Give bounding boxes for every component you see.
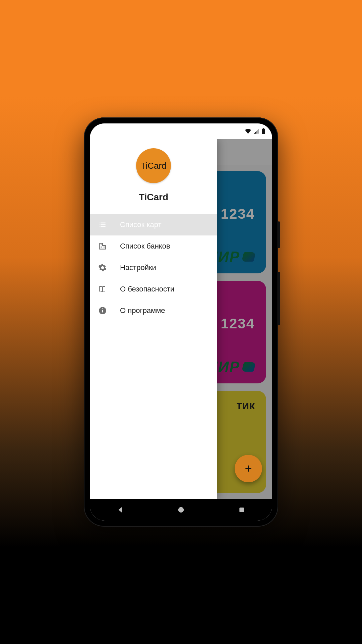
gear-icon xyxy=(98,263,107,272)
phone-power-button xyxy=(278,221,280,248)
wifi-icon xyxy=(245,128,251,134)
drawer-header: TiCard TiCard xyxy=(90,139,217,214)
drawer-title: TiCard xyxy=(139,192,168,203)
battery-icon xyxy=(261,128,265,134)
drawer-item-cards-list[interactable]: Список карт xyxy=(90,214,217,235)
nav-recents-button[interactable] xyxy=(222,503,262,517)
nav-drawer: TiCard TiCard Список карт xyxy=(90,139,217,499)
system-nav-bar xyxy=(90,499,272,521)
drawer-item-label: О безопасности xyxy=(120,285,209,293)
drawer-menu: Список карт Список банков Настройки xyxy=(90,214,217,321)
drawer-item-label: Список карт xyxy=(120,220,209,229)
status-bar xyxy=(90,123,272,139)
app-content: 1234 МИР 1234 МИР xyxy=(90,139,272,499)
phone-screen: 1234 МИР 1234 МИР xyxy=(90,123,272,521)
drawer-item-label: Список банков xyxy=(120,242,209,251)
add-card-fab[interactable]: + xyxy=(235,455,262,482)
phone-volume-button xyxy=(278,272,280,325)
svg-point-5 xyxy=(178,507,184,513)
cell-signal-icon xyxy=(253,128,259,134)
nav-home-button[interactable] xyxy=(161,503,201,517)
book-icon xyxy=(98,284,107,294)
nav-back-button[interactable] xyxy=(100,503,140,517)
info-icon xyxy=(98,306,107,315)
list-icon xyxy=(98,220,107,229)
drawer-item-label: О программе xyxy=(120,306,209,315)
app-logo: TiCard xyxy=(136,148,171,183)
plus-icon: + xyxy=(245,462,252,476)
drawer-item-about[interactable]: О программе xyxy=(90,300,217,321)
svg-rect-6 xyxy=(240,507,244,512)
svg-rect-1 xyxy=(262,129,265,134)
svg-rect-3 xyxy=(102,310,103,313)
drawer-item-security[interactable]: О безопасности xyxy=(90,278,217,300)
drawer-item-label: Настройки xyxy=(120,263,209,272)
drawer-item-banks-list[interactable]: Список банков xyxy=(90,235,217,257)
phone-frame: 1234 МИР 1234 МИР xyxy=(84,117,278,527)
svg-rect-4 xyxy=(102,309,103,309)
app-logo-text: TiCard xyxy=(140,161,166,171)
drawer-item-settings[interactable]: Настройки xyxy=(90,257,217,278)
svg-rect-0 xyxy=(263,128,264,129)
bank-icon xyxy=(98,241,107,251)
